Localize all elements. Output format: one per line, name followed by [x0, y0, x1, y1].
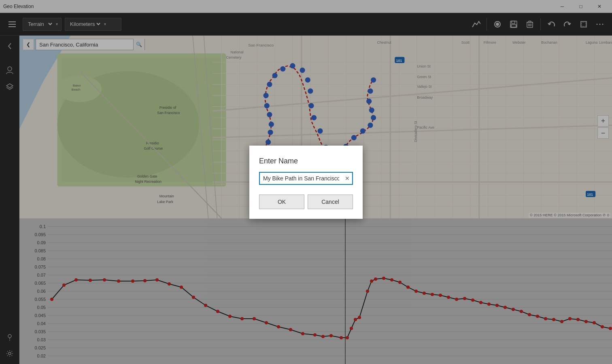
- dialog-ok-button[interactable]: OK: [259, 195, 304, 209]
- dialog-cancel-button[interactable]: Cancel: [308, 195, 353, 209]
- dialog-buttons: OK Cancel: [259, 195, 353, 209]
- dialog-input[interactable]: [260, 173, 342, 184]
- dialog-title: Enter Name: [259, 157, 353, 165]
- enter-name-dialog: Enter Name ✕ OK Cancel: [249, 146, 363, 219]
- dialog-input-wrapper: ✕: [259, 172, 353, 185]
- dialog-overlay: Enter Name ✕ OK Cancel: [0, 0, 612, 364]
- dialog-clear-button[interactable]: ✕: [342, 174, 352, 183]
